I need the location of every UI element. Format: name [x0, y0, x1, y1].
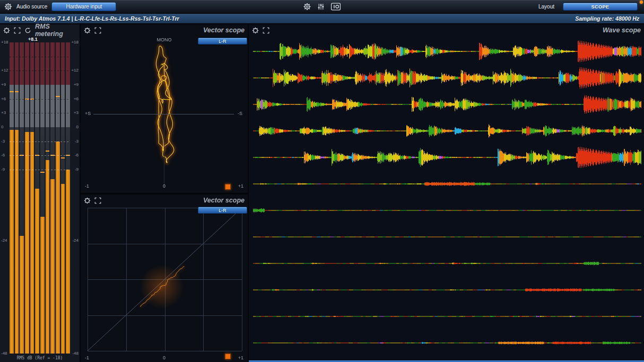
fullscreen-icon[interactable]: [263, 27, 269, 34]
vector-mode-button[interactable]: L-R: [198, 207, 247, 214]
vector-display-bottom: [81, 206, 248, 362]
hardware-input-button[interactable]: Hardware input: [51, 2, 116, 11]
rms-scale-label: +12: [1, 68, 9, 73]
rms-meter-channel: [61, 42, 65, 354]
rms-meter-channel: [15, 42, 19, 354]
rms-meter-bar: [61, 184, 65, 354]
settings-gear-icon[interactable]: [4, 3, 12, 11]
clip-indicator[interactable]: [225, 184, 231, 190]
rms-peak-marker: [40, 172, 45, 173]
rms-meter-bar: [30, 132, 34, 354]
app-root: Audio source Hardware input: [0, 0, 644, 362]
rms-meter-bar: [35, 189, 39, 354]
axis-mid-label: 0: [163, 355, 166, 360]
rms-scale-label: +6: [71, 97, 79, 101]
panel-title: Vector scope: [203, 197, 245, 204]
rms-meter-bar: [15, 130, 19, 354]
fullscreen-icon[interactable]: [94, 27, 101, 34]
rms-meter-bar: [66, 170, 70, 354]
toolbar-right-group: Layout SCOPE: [538, 3, 640, 11]
rms-peak-marker: [46, 151, 50, 152]
rms-meter-bar: [20, 236, 24, 354]
rms-meter-channel: [30, 42, 34, 354]
rms-scale-label: -9: [1, 167, 9, 172]
status-dot: [640, 1, 643, 4]
mixer-sliders-icon[interactable]: [317, 3, 325, 11]
wave-panel-header: Wave scope: [249, 24, 644, 36]
rms-scale-label: +6: [1, 97, 9, 101]
panel-title: Vector scope: [203, 27, 245, 34]
io-routing-icon[interactable]: [331, 3, 341, 11]
rms-peak-marker: [66, 155, 70, 156]
gear-icon[interactable]: [84, 197, 91, 204]
rms-scale-label: -3: [71, 139, 79, 144]
layout-button[interactable]: Layout: [538, 4, 554, 10]
fullscreen-icon[interactable]: [94, 197, 101, 204]
vector-scope-panel-bottom: Vector scope L-R -1 0 +1: [81, 195, 248, 362]
panel-title: RMS metering: [35, 23, 76, 38]
toolbar-left-group: Audio source Hardware input: [4, 2, 116, 11]
rms-scale-label: 0: [71, 125, 79, 129]
axis-max-label: +1: [238, 183, 243, 189]
info-bar: Input: Dolby Atmos 7.1.4 | L-R-C-Lfe-Ls-…: [0, 14, 644, 24]
sampling-rate-label: Sampling rate: 48000 Hz: [575, 15, 639, 22]
rms-scale-label: -48: [71, 351, 79, 356]
rms-scale-label: -6: [71, 153, 79, 157]
rms-meter-channel: [66, 42, 70, 354]
rms-meter-channel: [10, 42, 14, 354]
reset-refresh-icon[interactable]: [24, 27, 31, 34]
rms-meter-bar: [56, 142, 60, 354]
top-toolbar: Audio source Hardware input: [0, 0, 644, 14]
clip-indicator[interactable]: [225, 354, 231, 359]
rms-scale-label: -6: [1, 153, 9, 157]
axis-mid-label: 0: [163, 183, 166, 189]
vector-mode-button[interactable]: L-R: [198, 38, 247, 45]
vector-scope-panel-top: Vector scope L-R MONO +S -S -1 0 +1: [81, 24, 248, 193]
gear-icon[interactable]: [252, 27, 259, 34]
plus-s-label: +S: [85, 111, 91, 116]
minus-s-label: -S: [238, 111, 242, 116]
rms-meter-channel: [25, 42, 29, 354]
axis-min-label: -1: [85, 183, 89, 189]
rms-scale-label: 0: [1, 125, 9, 129]
rms-panel-header: RMS metering: [0, 24, 80, 36]
rms-peak-marker: [10, 91, 14, 92]
axis-min-label: -1: [85, 355, 89, 360]
center-axis-line: [164, 114, 164, 188]
rms-scale-label: -3: [1, 139, 9, 144]
rms-meter-bar: [25, 132, 29, 354]
input-format-label: Input: Dolby Atmos 7.1.4 | L-R-C-Lfe-Ls-…: [5, 15, 179, 22]
rms-meter-channel: [50, 42, 55, 354]
rms-meter-channel: [56, 42, 60, 354]
audio-source-label: Audio source: [16, 4, 47, 10]
rms-scale-label: +18: [71, 40, 79, 45]
rms-meter-channel: [46, 42, 50, 354]
rms-meter-channel: [40, 42, 45, 354]
wave-scope-panel: Wave scope: [249, 24, 644, 362]
rms-scale-label: +3: [71, 111, 79, 115]
fullscreen-icon[interactable]: [14, 27, 21, 34]
rms-meter-channel: [35, 42, 39, 354]
rms-peak-marker: [35, 155, 39, 156]
rms-peak-marker: [15, 91, 19, 92]
rms-scale-label: -24: [1, 239, 9, 243]
rms-peak-marker: [50, 155, 55, 156]
axis-max-label: +1: [238, 355, 243, 360]
rms-meter-bar: [40, 217, 45, 354]
gear-icon[interactable]: [84, 27, 91, 34]
panel-title: Wave scope: [603, 27, 641, 34]
vector-bottom-header: Vector scope: [81, 195, 248, 206]
rms-scale-label: -9: [71, 167, 79, 172]
rms-meter-bar: [46, 160, 50, 354]
rms-meter-bar: [50, 179, 55, 354]
rms-scale-label: -24: [71, 239, 79, 243]
mono-axis-label: MONO: [157, 37, 172, 42]
rms-meter-columns: [10, 42, 70, 354]
rms-meter-channel: [20, 42, 24, 354]
rms-scale-label: +3: [1, 111, 9, 115]
gear-icon[interactable]: [303, 3, 311, 11]
scope-button[interactable]: SCOPE: [563, 3, 638, 11]
gear-icon[interactable]: [3, 27, 10, 34]
rms-meter-bar: [10, 130, 14, 354]
rms-footer-label: RMS dB (Ref = -18): [0, 356, 80, 360]
